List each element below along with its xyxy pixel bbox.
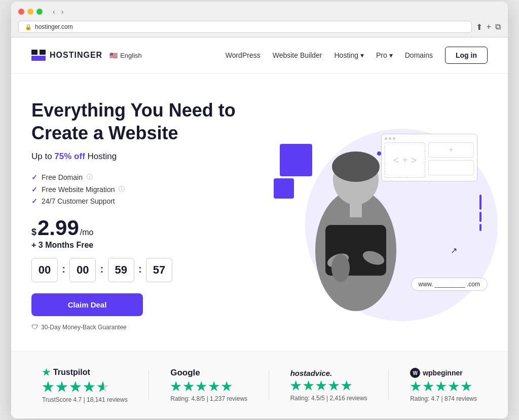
wp-icon: W bbox=[410, 368, 420, 378]
svg-rect-1 bbox=[40, 50, 46, 55]
language-selector[interactable]: 🇺🇸 English bbox=[109, 52, 142, 59]
countdown-sep-2: : bbox=[100, 262, 103, 278]
browser-nav-buttons: ‹ › bbox=[51, 7, 65, 17]
divider-2 bbox=[269, 370, 269, 400]
forward-button[interactable]: › bbox=[59, 7, 66, 17]
info-icon-1: ⓘ bbox=[87, 173, 93, 181]
google-score: Rating: 4.8/5 | 1,237 reviews bbox=[170, 395, 247, 402]
svg-point-5 bbox=[332, 151, 380, 182]
rating-hostadvice: hostadvice. Rating: 4.5/5 | 2,416 review… bbox=[290, 369, 367, 402]
countdown-seconds-box: 59 bbox=[108, 258, 134, 282]
gstar-4 bbox=[208, 381, 219, 392]
hero-illustration: < + > + bbox=[270, 119, 488, 311]
countdown-ms: 57 bbox=[146, 258, 172, 282]
star-2 bbox=[56, 381, 68, 393]
claim-deal-button[interactable]: Claim Deal bbox=[31, 293, 143, 316]
countdown-sep-1: : bbox=[62, 262, 65, 278]
hero-left: Everything You Need to Create a Website … bbox=[31, 99, 244, 331]
rating-google: Google Rating: 4.8/5 | 1,237 reviews bbox=[170, 368, 247, 402]
wpstar-2 bbox=[423, 381, 434, 392]
purple-square-small bbox=[274, 178, 294, 199]
hostadvice-brand: hostadvice. bbox=[290, 369, 332, 377]
countdown-minutes-box: 00 bbox=[69, 258, 96, 282]
google-brand: Google bbox=[170, 368, 200, 378]
logo-text: HOSTINGER bbox=[50, 51, 102, 60]
feature-item-support: ✓ 24/7 Customer Support bbox=[31, 197, 244, 205]
hostadvice-score: Rating: 4.5/5 | 2,416 reviews bbox=[290, 395, 367, 402]
nav-wordpress[interactable]: WordPress bbox=[226, 51, 261, 59]
purple-dot bbox=[377, 151, 381, 156]
countdown-minutes: 00 bbox=[69, 258, 96, 282]
page-content: HOSTINGER 🇺🇸 English WordPress Website B… bbox=[11, 37, 508, 418]
tabs-button[interactable]: ⧉ bbox=[495, 22, 501, 32]
trustpilot-brand: ★ Trustpilot bbox=[42, 367, 90, 378]
divider-3 bbox=[388, 370, 389, 400]
address-bar[interactable]: 🔒 hostinger.com bbox=[18, 21, 472, 33]
back-button[interactable]: ‹ bbox=[51, 7, 57, 17]
gstar-1 bbox=[170, 381, 181, 392]
wpbeginner-brand: W wpbeginner bbox=[410, 368, 463, 378]
nav-pro[interactable]: Pro ▾ bbox=[376, 51, 393, 59]
logo[interactable]: HOSTINGER bbox=[31, 50, 102, 61]
share-button[interactable]: ⬆ bbox=[476, 22, 483, 32]
wpstar-4 bbox=[448, 381, 459, 392]
countdown-ms-box: 57 bbox=[146, 258, 172, 282]
countdown-timer: 00 : 00 : 59 : 57 bbox=[31, 258, 244, 282]
trustpilot-score: TrustScore 4.7 | 18,141 reviews bbox=[42, 396, 128, 403]
wpbeginner-score: Rating: 4.7 | 874 reviews bbox=[410, 395, 477, 402]
maximize-traffic-light[interactable] bbox=[36, 9, 43, 15]
google-stars bbox=[170, 381, 232, 392]
hostadvice-stars bbox=[290, 380, 352, 392]
star-1 bbox=[42, 381, 54, 393]
check-icon-1: ✓ bbox=[31, 173, 38, 181]
new-tab-button[interactable]: + bbox=[487, 22, 491, 32]
hero-title: Everything You Need to Create a Website bbox=[31, 99, 244, 144]
discount-text: 75% off bbox=[54, 151, 85, 161]
url-text: hostinger.com bbox=[35, 23, 73, 30]
hastar-3 bbox=[316, 380, 327, 392]
nav-domains[interactable]: Domains bbox=[405, 51, 433, 59]
trustpilot-stars bbox=[42, 381, 109, 393]
feature-item-migration: ✓ Free Website Migration ⓘ bbox=[31, 185, 244, 194]
lock-icon: 🔒 bbox=[25, 24, 32, 30]
browser-window: ‹ › 🔒 hostinger.com ⬆ + ⧉ bbox=[11, 2, 508, 418]
browser-mockup-float: < + > + bbox=[381, 134, 477, 181]
purple-lines bbox=[479, 195, 481, 231]
guarantee-text: 🛡 30-Day Money-Back Guarantee bbox=[31, 323, 244, 331]
hero-section: Everything You Need to Create a Website … bbox=[11, 73, 508, 351]
login-button[interactable]: Log in bbox=[445, 47, 488, 64]
svg-point-9 bbox=[331, 254, 350, 282]
countdown-hours: 00 bbox=[31, 258, 58, 282]
countdown-sep-3: : bbox=[138, 262, 142, 278]
svg-rect-0 bbox=[31, 50, 38, 55]
flag-icon: 🇺🇸 bbox=[109, 52, 118, 59]
close-traffic-light[interactable] bbox=[18, 9, 24, 15]
wpstar-1 bbox=[410, 381, 421, 392]
navbar-right: WordPress Website Builder Hosting ▾ Pro … bbox=[226, 47, 488, 64]
hastar-4 bbox=[328, 380, 340, 392]
chevron-down-icon-pro: ▾ bbox=[389, 51, 393, 59]
check-icon-3: ✓ bbox=[31, 197, 38, 205]
gstar-2 bbox=[183, 381, 194, 392]
feature-item-domain: ✓ Free Domain ⓘ bbox=[31, 173, 244, 181]
star-5-half bbox=[97, 381, 109, 393]
check-icon-2: ✓ bbox=[31, 185, 38, 194]
wpstar-3 bbox=[435, 381, 447, 392]
gstar-3 bbox=[196, 381, 207, 392]
svg-rect-10 bbox=[350, 202, 362, 217]
price-period: /mo bbox=[80, 228, 94, 237]
minimize-traffic-light[interactable] bbox=[27, 9, 33, 15]
lang-label: English bbox=[120, 52, 142, 59]
hastar-1 bbox=[290, 380, 302, 392]
nav-website-builder[interactable]: Website Builder bbox=[273, 51, 322, 59]
navbar-left: HOSTINGER 🇺🇸 English bbox=[31, 50, 142, 61]
chevron-down-icon: ▾ bbox=[360, 51, 364, 59]
countdown-hours-box: 00 bbox=[31, 258, 58, 282]
info-icon-2: ⓘ bbox=[119, 185, 125, 194]
shield-icon: 🛡 bbox=[31, 323, 38, 331]
trustpilot-star-icon: ★ bbox=[42, 367, 50, 378]
features-list: ✓ Free Domain ⓘ ✓ Free Website Migration… bbox=[31, 173, 244, 205]
rating-trustpilot: ★ Trustpilot TrustScore 4.7 | 18,141 rev… bbox=[42, 367, 128, 403]
nav-hosting[interactable]: Hosting ▾ bbox=[334, 51, 363, 59]
traffic-lights bbox=[18, 9, 43, 15]
